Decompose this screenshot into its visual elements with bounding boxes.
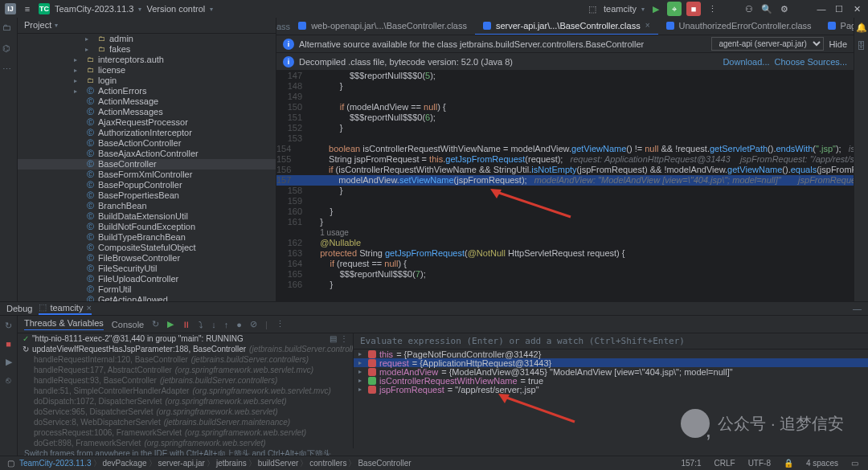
- choose-sources-link[interactable]: Choose Sources...: [775, 57, 848, 67]
- stop-icon[interactable]: ■: [6, 339, 11, 349]
- step-over-icon[interactable]: ⤵: [199, 320, 203, 329]
- stack-frame[interactable]: handle:51, SimpleControllerHandlerAdapte…: [18, 386, 353, 396]
- tree-item[interactable]: ⒸBranchBean: [18, 201, 276, 211]
- tree-item[interactable]: ⒸBasePropertiesBean: [18, 190, 276, 201]
- chevron-down-icon[interactable]: ▾: [641, 6, 645, 13]
- code-line[interactable]: 151 $$$reportNull$$$0(6);: [276, 112, 854, 123]
- code-line[interactable]: 166 }: [276, 280, 854, 290]
- code-line[interactable]: 165 $$$reportNull$$$0(7);: [276, 269, 854, 280]
- tree-item[interactable]: ⒸFileUploadController: [18, 274, 276, 284]
- tree-item[interactable]: ▸🗀fakes: [18, 44, 276, 55]
- code-line[interactable]: 155 String jspFromRequest = this.getJspF…: [276, 154, 854, 165]
- settings-icon[interactable]: ⚙: [778, 2, 791, 15]
- resume-icon[interactable]: ▶: [6, 357, 12, 367]
- code-line[interactable]: 149: [276, 92, 854, 102]
- resume-icon[interactable]: ▶: [167, 319, 174, 329]
- tree-item[interactable]: ⒸAjaxRequestProcessor: [18, 117, 276, 128]
- indent[interactable]: 4 spaces: [801, 459, 843, 468]
- runconfig-name[interactable]: teamcity: [604, 4, 637, 14]
- code-line[interactable]: 157 modelAndView.setViewName(jspFromRequ…: [276, 175, 854, 186]
- tree-item[interactable]: ⒸFileSecurityUtil: [18, 264, 276, 274]
- variable-row[interactable]: ▸isControllerRequestWithViewName = true: [354, 376, 868, 385]
- variable-row[interactable]: ▸this = {PageNotFoundController@31442}: [354, 349, 868, 358]
- minimize-icon[interactable]: —: [853, 304, 862, 313]
- code-line[interactable]: 164 if (request == null) {: [276, 259, 854, 269]
- code-line[interactable]: 163 protected String getJspFromRequest(@…: [276, 248, 854, 259]
- more-icon[interactable]: ⋮: [276, 319, 285, 329]
- debug-runconfig-tab[interactable]: ⬚ teamcity ×: [39, 302, 91, 315]
- project-name[interactable]: TeamCity-2023.11.3: [55, 4, 133, 14]
- code-line[interactable]: 153: [276, 133, 854, 144]
- mem-icon[interactable]: ▭: [846, 459, 863, 468]
- stack-frame[interactable]: handleRequestInternal:120, BaseControlle…: [18, 354, 353, 365]
- stack-frame[interactable]: doGet:898, FrameworkServlet (org.springf…: [18, 438, 353, 448]
- editor-tab[interactable]: PageNotFoundController.class: [820, 18, 854, 35]
- restart-icon[interactable]: ↻: [5, 321, 12, 331]
- editor-tab[interactable]: UnauthorizedErrorController.class: [658, 18, 820, 35]
- stack-frame[interactable]: doDispatch:1072, DispatcherServlet (org.…: [18, 396, 353, 407]
- stack-frame[interactable]: handleRequest:177, AbstractController (o…: [18, 365, 353, 375]
- stack-frame[interactable]: doService:8, WebDispatcherServlet (jetbr…: [18, 417, 353, 427]
- step-into-icon[interactable]: ↓: [211, 320, 216, 329]
- source-jar-select[interactable]: agent-api (server-api.jar): [711, 37, 824, 51]
- chevron-down-icon[interactable]: ▾: [138, 6, 141, 13]
- code-editor[interactable]: 147 $$$reportNull$$$0(5);148 }149150 if …: [276, 71, 854, 301]
- tree-item[interactable]: ⒸFormUtil: [18, 284, 276, 295]
- code-line[interactable]: 162 @Nullable: [276, 238, 854, 248]
- user-icon[interactable]: ⚇: [743, 2, 755, 15]
- more-icon[interactable]: ⋮: [706, 2, 719, 15]
- chevron-down-icon[interactable]: ▾: [210, 6, 213, 13]
- variable-row[interactable]: ▸jspFromRequest = "/app/rest/server;.jsp…: [354, 385, 868, 394]
- tree-item[interactable]: ⒸBuildNotFoundException: [18, 222, 276, 232]
- tree-item[interactable]: ▸🗀license: [18, 65, 276, 76]
- code-line[interactable]: 159: [276, 196, 854, 206]
- search-icon[interactable]: 🔍: [760, 2, 773, 15]
- vcs-menu[interactable]: Version control: [146, 4, 205, 14]
- tree-item[interactable]: ▸🗀interceptors.auth: [18, 55, 276, 65]
- debug-icon[interactable]: ⌖: [667, 2, 682, 16]
- tree-item[interactable]: ⒸGetActionAllowed: [18, 295, 276, 301]
- db-icon[interactable]: 🗄: [857, 41, 866, 51]
- variable-row[interactable]: ▸request = {ApplicationHttpRequest@31443…: [354, 358, 868, 367]
- minimize-icon[interactable]: —: [815, 2, 828, 15]
- breakpoint-icon[interactable]: ●: [236, 320, 242, 329]
- close-icon[interactable]: ✕: [850, 2, 863, 15]
- tree-item[interactable]: ⒸActionMessages: [18, 107, 276, 117]
- structure-icon[interactable]: ⌬: [2, 43, 15, 56]
- tree-item[interactable]: ⒸBaseActionController: [18, 138, 276, 149]
- tool-icon[interactable]: ▢: [5, 459, 16, 468]
- tree-item[interactable]: ⒸBuildDataExtensionUtil: [18, 211, 276, 222]
- tree-item[interactable]: ⒸFileBrowseController: [18, 253, 276, 264]
- variable-row[interactable]: ▸modelAndView = {ModelAndView@31445} "Mo…: [354, 367, 868, 376]
- tree-item[interactable]: ⒸBuildTypeBranchBean: [18, 232, 276, 243]
- encoding[interactable]: UTF-8: [743, 459, 776, 468]
- code-line[interactable]: 150 if (modelAndView == null) {: [276, 102, 854, 112]
- tree-item[interactable]: ⒸBaseFormXmlController: [18, 170, 276, 180]
- code-line[interactable]: 160 }: [276, 206, 854, 217]
- evaluate-expression-input[interactable]: Evaluate expression (Enter) or add a wat…: [354, 333, 868, 349]
- tree-item[interactable]: ▸ⒸActionErrors: [18, 86, 276, 96]
- pause-icon[interactable]: ⏸: [182, 320, 190, 329]
- project-toolwindow-icon[interactable]: 🗀: [2, 22, 15, 35]
- tabs-overflow[interactable]: ass: [276, 22, 290, 31]
- stack-frame[interactable]: handleRequest:93, BaseController (jetbra…: [18, 375, 353, 386]
- tree-item[interactable]: ⒸActionMessage: [18, 96, 276, 107]
- download-link[interactable]: Download...: [723, 57, 769, 67]
- lock-icon[interactable]: 🔒: [779, 459, 798, 468]
- code-line[interactable]: 161 }: [276, 217, 854, 227]
- frames-panel[interactable]: ✓"http-nio-8111-exec-2"@31,440 in group …: [18, 333, 354, 448]
- stack-frame[interactable]: processRequest:1006, FrameworkServlet (o…: [18, 427, 353, 438]
- thread-icon[interactable]: ⎋: [6, 375, 11, 385]
- app-icon[interactable]: IJ: [5, 3, 16, 14]
- step-out-icon[interactable]: ↑: [224, 320, 229, 329]
- code-line[interactable]: 156 if (isControllerRequestWithViewName …: [276, 165, 854, 175]
- tree-item[interactable]: ⒸAuthorizationInterceptor: [18, 128, 276, 138]
- tree-item[interactable]: ⒸBaseController: [18, 159, 276, 170]
- chevron-down-icon[interactable]: ▾: [55, 22, 58, 29]
- rerun-icon[interactable]: ↻: [152, 319, 159, 329]
- stack-frame[interactable]: ↻updateViewIfRequestHasJspParameter:188,…: [18, 344, 353, 354]
- code-line[interactable]: 1 usage: [276, 227, 854, 238]
- maximize-icon[interactable]: ☐: [833, 2, 845, 15]
- editor-tab[interactable]: server-api.jar\...\BaseController.class×: [475, 18, 658, 35]
- stack-frame[interactable]: doService:965, DispatcherServlet (org.sp…: [18, 407, 353, 417]
